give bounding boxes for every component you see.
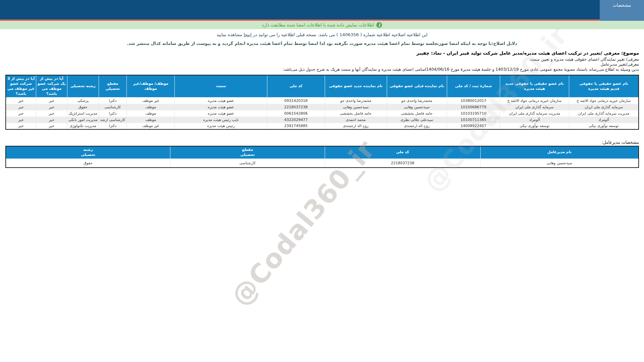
subject-line-assembly: بدین وسیله به اطلاع می‌رساند باستناد مصو…: [5, 67, 639, 72]
table-cell: دکترا: [99, 123, 126, 129]
column-header: نام نماینده جدید عضو حقوقی: [325, 75, 387, 98]
table-cell: موظف: [126, 110, 174, 117]
column-header: رشته تحصیلی: [67, 75, 99, 98]
table-row: سرمایه گذاری ملی ایرانسرمایه گذاری ملی ا…: [6, 104, 639, 110]
table-cell: خیر: [6, 117, 36, 123]
table-cell: توسعه نوآوری نیکی: [569, 123, 639, 129]
subject-block: موضوع: معرفی /تغییر در ترکیب اعضای هیئت …: [5, 50, 639, 72]
column-header: آیا در بیش از یک شرکت عضو موظف می باشد؟: [36, 75, 67, 98]
column-header: نام مدیرعامل: [480, 146, 639, 159]
board-members-table: نام عضو حقیقی یا حقوقی قدیم هیئت مدیرهنا…: [5, 75, 639, 130]
table-cell: حقوق: [6, 159, 170, 168]
table-row: سیدحسین وهابی2218037238کارشناسیحقوق: [6, 159, 639, 168]
subject-title: موضوع: معرفی /تغییر در ترکیب اعضای هیئت …: [5, 50, 639, 56]
previous-version-link[interactable]: اینجا: [244, 32, 252, 37]
column-header: کد ملی: [267, 75, 325, 98]
table-cell: عضو هیئت مدیره: [175, 110, 267, 117]
column-header: نام نماینده قبلی عضو حقوقی: [387, 75, 447, 98]
column-header: شمارهٔ ثبت / کد ملی: [447, 75, 500, 98]
table-cell: موظف: [126, 117, 174, 123]
table-cell: روح اله ارجمندی: [387, 123, 447, 129]
table-cell: 4322029477: [267, 117, 325, 123]
table-cell: سیدعلی جلالی نظری: [387, 117, 447, 123]
signature-status-text: اطلاعات نمایش داده شده با اطلاعات امضا ش…: [262, 22, 374, 27]
table-cell: 10100686779: [447, 104, 500, 110]
ceo-details-table: نام مدیرعاملکد ملیمقطع تحصیلیرشته تحصیلی…: [5, 146, 639, 168]
table-cell: مدیریت استراتژیک: [67, 110, 99, 117]
subject-line-representatives: معرفی/ تغییر نمایندگان اعضای حقوقی هیئت …: [5, 57, 639, 62]
info-icon: i: [376, 22, 382, 28]
column-header: مقطع تحصیلی: [99, 75, 126, 98]
table-cell: کارشناسی: [99, 104, 126, 110]
table-cell: کارشناسی: [170, 159, 325, 168]
table-cell: عضو هیئت مدیره: [175, 104, 267, 110]
table-cell: 2218037238: [267, 104, 325, 110]
table-cell: کارشناسی ارشد: [99, 117, 126, 123]
table-cell: حقوق: [67, 104, 99, 110]
subject-line-ceo-change: معرفی/تغییر مدیرعامل: [5, 62, 639, 67]
table-cell: سیدحسین وهابی: [387, 104, 447, 110]
table-cell: غیر موظف: [126, 98, 174, 104]
table-row: مدیریت سرمایه گذاری ملی ایرانمدیریت سرما…: [6, 110, 639, 117]
ceo-table-body: سیدحسین وهابی2218037238کارشناسیحقوق: [6, 159, 639, 168]
table-cell: سیدحسین وهابی: [325, 104, 387, 110]
table-cell: 10103195710: [447, 110, 500, 117]
top-header-bar: [0, 0, 644, 19]
table-cell: مدیریت امور بانکی: [67, 117, 99, 123]
table-cell: نایب رئیس هیئت مدیره: [175, 117, 267, 123]
table-cell: خیر: [6, 110, 36, 117]
column-header: آیا در بیش از 3 شرکت عضو غیر موظف می باش…: [6, 75, 36, 98]
column-header: سمت: [175, 75, 267, 98]
table-cell: دکترا: [99, 98, 126, 104]
board-table-header-row: نام عضو حقیقی یا حقوقی قدیم هیئت مدیرهنا…: [6, 75, 639, 98]
table-cell: غیر موظف: [126, 123, 174, 129]
table-cell: آلومراد: [569, 117, 639, 123]
column-header: نام عضو حقیقی یا حقوقی قدیم هیئت مدیره: [569, 75, 639, 98]
table-cell: 0061542806: [267, 110, 325, 117]
table-cell: محمدرضا واحدی جو: [325, 98, 387, 104]
table-row: سازمان خیریه درمانی جواد الائمه عسازمان …: [6, 98, 639, 104]
table-cell: پزشکی: [67, 98, 99, 104]
table-row: آلومرادآلومراد10100711365سیدعلی جلالی نظ…: [6, 117, 639, 123]
table-cell: سازمان خیریه درمانی جواد الائمه ع: [569, 98, 639, 104]
table-cell: دکترا: [99, 110, 126, 117]
correction-reason-text: دلایل اصلاح:با توجه به اینکه امضا صورتجل…: [0, 41, 644, 46]
table-cell: خیر: [36, 98, 67, 104]
table-cell: روح اله ارجمندی: [325, 123, 387, 129]
table-cell: مدیریت تکنولوژی: [67, 123, 99, 129]
table-cell: خیر: [36, 104, 67, 110]
table-row: توسعه نوآوری نیکیتوسعه نوآوری نیکی140089…: [6, 123, 639, 129]
column-header: مقطع تحصیلی: [170, 146, 325, 159]
table-cell: 10100711365: [447, 117, 500, 123]
table-cell: سیدحسین وهابی: [480, 159, 639, 168]
table-cell: 0931420318: [267, 98, 325, 104]
table-cell: خیر: [6, 98, 36, 104]
table-cell: عضو هیئت مدیره: [175, 98, 267, 104]
board-table-wrapper: نام عضو حقیقی یا حقوقی قدیم هیئت مدیرهنا…: [5, 75, 639, 130]
table-cell: 10380012017: [447, 98, 500, 104]
table-cell: 2391745885: [267, 123, 325, 129]
amendment-notice: این اطلاعیه اصلاحیه اطلاعیه شماره ( 1406…: [0, 32, 644, 37]
table-cell: مدیریت سرمایه گذاری ملی ایران: [500, 110, 569, 117]
amendment-notice-suffix: مشاهده نمایید: [217, 32, 244, 37]
table-cell: 2218037238: [325, 159, 480, 168]
ceo-table-header-row: نام مدیرعاملکد ملیمقطع تحصیلیرشته تحصیلی: [6, 146, 639, 159]
table-cell: سرمایه گذاری ملی ایران: [569, 104, 639, 110]
table-cell: موظف: [126, 104, 174, 110]
table-cell: محمد احمدی: [325, 117, 387, 123]
table-cell: حامد فاضل بخششی: [387, 110, 447, 117]
table-cell: محمدرضا واحدی جو: [387, 98, 447, 104]
table-cell: خیر: [36, 110, 67, 117]
table-cell: خیر: [6, 123, 36, 129]
table-cell: خیر: [6, 104, 36, 110]
table-cell: خیر: [36, 117, 67, 123]
table-cell: مدیریت سرمایه گذاری ملی ایران: [569, 110, 639, 117]
column-header: موظف/ موظف/غیر موظف: [126, 75, 174, 98]
page: { "header": { "tab_label": "مشخصات" }, "…: [0, 0, 644, 362]
table-cell: رئیس هیئت مدیره: [175, 123, 267, 129]
board-table-body: سازمان خیریه درمانی جواد الائمه عسازمان …: [6, 98, 639, 129]
signature-status-bar: i اطلاعات نمایش داده شده با اطلاعات امضا…: [0, 21, 644, 29]
table-cell: سازمان خیریه درمانی جواد الائمه ع: [500, 98, 569, 104]
table-cell: 14008922457: [447, 123, 500, 129]
tab-specifications[interactable]: مشخصات: [600, 0, 644, 21]
